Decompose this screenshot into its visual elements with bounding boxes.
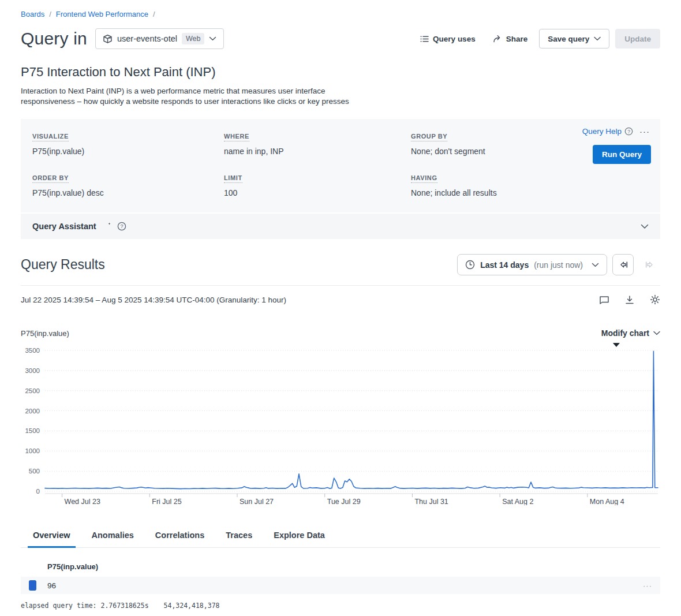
limit-value[interactable]: 100 <box>224 188 411 197</box>
date-range-text: Jul 22 2025 14:39:54 – Aug 5 2025 14:39:… <box>21 296 286 304</box>
dataset-env-badge: Web <box>182 33 204 44</box>
having-label: HAVING <box>411 174 437 183</box>
download-icon[interactable] <box>625 295 634 305</box>
results-header: Query Results Last 14 days (run just now… <box>21 254 660 286</box>
time-range-label: Last 14 days <box>480 260 529 270</box>
sparkle-icon <box>102 222 112 232</box>
share-label: Share <box>506 35 528 43</box>
save-query-button[interactable]: Save query <box>539 29 609 48</box>
tab-explore-data[interactable]: Explore Data <box>273 525 325 547</box>
results-tabs: Overview Anomalies Correlations Traces E… <box>21 525 660 548</box>
query-assistant-label: Query Assistant <box>32 222 96 231</box>
svg-text:Tue Jul 29: Tue Jul 29 <box>327 498 361 505</box>
panel-kebab-menu[interactable]: ··· <box>638 126 651 136</box>
dataset-name: user-events-otel <box>117 34 177 43</box>
share-button[interactable]: Share <box>487 30 534 48</box>
assistant-expand-chevron[interactable] <box>641 224 649 229</box>
history-forward-button[interactable] <box>639 254 660 275</box>
chart-series-label: P75(inp.value) <box>21 329 69 338</box>
summary-value: 96 <box>47 581 56 590</box>
query-assistant-bar[interactable]: Query Assistant ? <box>21 214 660 239</box>
svg-text:?: ? <box>627 129 630 135</box>
comment-icon[interactable] <box>599 295 609 305</box>
query-uses-button[interactable]: Query uses <box>414 30 481 48</box>
svg-text:2000: 2000 <box>25 408 40 415</box>
share-arrow-icon <box>493 35 502 43</box>
svg-text:2500: 2500 <box>25 387 40 394</box>
date-range-row: Jul 22 2025 14:39:54 – Aug 5 2025 14:39:… <box>21 294 660 305</box>
elapsed-time: elapsed query time: 2.767318625s <box>21 602 149 610</box>
svg-text:?: ? <box>120 224 123 230</box>
modify-chart-label: Modify chart <box>601 328 649 338</box>
breadcrumb-boards[interactable]: Boards <box>21 10 44 18</box>
breadcrumb-board-name[interactable]: Frontend Web Performance <box>56 10 148 18</box>
chart-header: P75(inp.value) Modify chart <box>21 328 660 338</box>
summary-table-row[interactable]: 96 ··· <box>21 577 660 594</box>
save-query-label: Save query <box>548 35 589 43</box>
order-by-clause[interactable]: ORDER BY P75(inp.value) desc <box>32 172 224 197</box>
summary-column-header: P75(inp.value) <box>21 562 660 571</box>
breadcrumb-separator: / <box>153 10 155 18</box>
svg-text:0: 0 <box>36 488 40 495</box>
svg-text:1500: 1500 <box>25 428 40 435</box>
time-range-note: (run just now) <box>534 260 583 270</box>
modify-chart-dropdown[interactable]: Modify chart <box>601 328 660 338</box>
clock-icon <box>465 260 475 270</box>
svg-text:3500: 3500 <box>25 347 40 354</box>
tab-correlations[interactable]: Correlations <box>155 525 205 547</box>
history-back-button[interactable] <box>612 254 634 275</box>
cube-icon <box>103 34 113 44</box>
svg-text:Wed Jul 23: Wed Jul 23 <box>65 498 100 505</box>
svg-text:1000: 1000 <box>25 448 40 455</box>
where-label: WHERE <box>224 133 249 141</box>
gear-icon[interactable] <box>650 294 660 305</box>
svg-text:3000: 3000 <box>25 367 40 374</box>
svg-text:Sat Aug 2: Sat Aug 2 <box>502 498 533 505</box>
order-by-value[interactable]: P75(inp.value) desc <box>32 188 224 197</box>
having-clause[interactable]: HAVING None; include all results <box>411 172 649 197</box>
having-value[interactable]: None; include all results <box>411 188 649 197</box>
dataset-picker[interactable]: user-events-otel Web <box>95 28 224 49</box>
query-help-label: Query Help <box>582 127 622 136</box>
tab-anomalies[interactable]: Anomalies <box>91 525 134 547</box>
query-uses-label: Query uses <box>433 35 476 43</box>
breadcrumb: Boards / Frontend Web Performance / <box>21 0 660 18</box>
svg-text:500: 500 <box>29 468 40 475</box>
chevron-down-icon <box>209 36 216 41</box>
breadcrumb-separator: / <box>49 10 51 18</box>
svg-text:Sun Jul 27: Sun Jul 27 <box>240 498 274 505</box>
timeseries-chart[interactable]: 0500100015002000250030003500Wed Jul 23Fr… <box>21 342 660 505</box>
svg-text:Mon Aug 4: Mon Aug 4 <box>590 498 624 505</box>
event-count: 54,324,418,378 <box>164 602 220 610</box>
where-clause[interactable]: WHERE name in inp, INP <box>224 130 411 156</box>
chevron-down-icon <box>653 331 660 335</box>
visualize-clause[interactable]: VISUALIZE P75(inp.value) <box>32 130 224 156</box>
query-stats: elapsed query time: 2.767318625s 54,324,… <box>21 602 660 610</box>
visualize-label: VISUALIZE <box>32 133 69 141</box>
chevron-down-icon <box>594 36 601 41</box>
query-heading: P75 Interaction to Next Paint (INP) <box>21 65 660 80</box>
results-title: Query Results <box>21 257 105 272</box>
limit-label: LIMIT <box>224 174 242 183</box>
query-description: Interaction to Next Paint (INP) is a web… <box>21 86 361 107</box>
series-swatch <box>29 580 36 591</box>
row-kebab-menu[interactable]: ··· <box>643 581 652 590</box>
query-help-link[interactable]: Query Help ? <box>582 127 633 136</box>
visualize-value[interactable]: P75(inp.value) <box>32 147 224 156</box>
tab-traces[interactable]: Traces <box>225 525 253 547</box>
tab-overview[interactable]: Overview <box>32 525 71 547</box>
query-builder-panel: VISUALIZE P75(inp.value) WHERE name in i… <box>21 119 660 212</box>
help-circle-icon[interactable]: ? <box>117 222 126 231</box>
where-value[interactable]: name in inp, INP <box>224 147 411 156</box>
time-range-dropdown[interactable]: Last 14 days (run just now) <box>457 254 607 275</box>
page-header: Query in user-events-otel Web Query uses <box>21 28 660 49</box>
page-title: Query in <box>21 29 87 48</box>
update-button[interactable]: Update <box>615 29 660 48</box>
chevron-down-icon <box>592 263 599 267</box>
svg-text:Fri Jul 25: Fri Jul 25 <box>152 498 181 505</box>
run-query-button[interactable]: Run Query <box>593 145 651 164</box>
limit-clause[interactable]: LIMIT 100 <box>224 172 411 197</box>
order-by-label: ORDER BY <box>32 174 69 183</box>
query-page: Boards / Frontend Web Performance / Quer… <box>0 0 681 616</box>
header-actions: Query uses Share Save query Update <box>414 29 660 48</box>
